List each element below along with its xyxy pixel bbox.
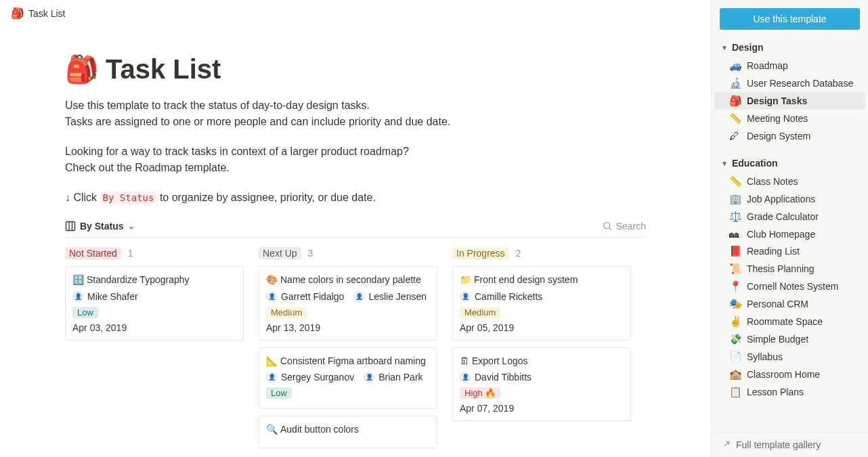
- sidebar-item[interactable]: 🎒Design Tasks: [714, 92, 865, 110]
- task-card[interactable]: 🔍Audit button colors: [259, 416, 437, 448]
- sidebar-item-label: Meeting Notes: [747, 113, 808, 124]
- svg-rect-0: [66, 222, 75, 231]
- board-column: Next Up3🎨Name colors in secondary palett…: [259, 247, 437, 455]
- avatar: 👤: [460, 372, 471, 383]
- card-people: 👤Camille Ricketts: [460, 291, 624, 302]
- sidebar-item[interactable]: ✌️Roommate Space: [714, 313, 865, 330]
- sidebar-item-emoji: 💸: [729, 333, 741, 345]
- sidebar-item[interactable]: 📏Meeting Notes: [714, 110, 865, 127]
- sidebar-item-label: Design Tasks: [747, 95, 807, 106]
- sidebar-item-label: Personal CRM: [747, 299, 808, 309]
- sidebar-item[interactable]: 📄Syllabus: [714, 348, 865, 366]
- status-tag[interactable]: Not Started: [65, 247, 121, 259]
- view-picker[interactable]: By Status ⌄: [65, 221, 135, 232]
- breadcrumb-title[interactable]: Task List: [28, 8, 65, 19]
- status-tag[interactable]: In Progress: [452, 247, 509, 259]
- sidebar-item[interactable]: 🔬User Research Database: [714, 74, 865, 92]
- task-card[interactable]: 📁Front end design system👤Camille Rickett…: [452, 266, 631, 341]
- sidebar-item[interactable]: 📋Lesson Plans: [714, 383, 865, 401]
- task-card[interactable]: 🗓Export Logos👤David TibbittsHigh 🔥Apr 07…: [452, 347, 631, 422]
- sidebar-item-emoji: 🏢: [729, 193, 741, 205]
- priority-badge: Medium: [266, 307, 307, 318]
- sidebar-item-emoji: 🏘: [729, 228, 741, 240]
- task-card[interactable]: 🔠Standardize Typography👤Mike ShaferLowAp…: [65, 266, 244, 341]
- column-count: 1: [128, 248, 133, 259]
- use-template-button[interactable]: Use this template: [720, 8, 860, 30]
- svg-point-3: [603, 223, 609, 229]
- priority-badge: Medium: [460, 307, 500, 318]
- section-header[interactable]: ▼Design: [714, 38, 865, 57]
- sidebar-item-label: Thesis Planning: [747, 263, 815, 274]
- sidebar-item[interactable]: 🚙Roadmap: [714, 57, 865, 74]
- sidebar-item[interactable]: 📏Class Notes: [714, 173, 865, 190]
- sidebar-item-emoji: 🔬: [729, 77, 741, 89]
- page-header: 🎒 Task List: [65, 53, 646, 85]
- task-card[interactable]: 📐Consistent Figma artboard naming👤Sergey…: [259, 347, 437, 410]
- sidebar-item-emoji: 📍: [729, 280, 741, 292]
- sidebar-item-label: Syllabus: [747, 351, 783, 362]
- full-gallery-link[interactable]: Full template gallery: [712, 432, 868, 457]
- sidebar-item[interactable]: 🖊Design System: [714, 127, 865, 144]
- priority-badge: High 🔥: [460, 387, 500, 399]
- status-tag[interactable]: Next Up: [259, 247, 301, 259]
- sidebar-item-emoji: 📏: [729, 175, 741, 188]
- intro-line: Use this template to track the status of…: [65, 97, 646, 114]
- intro-click-line: ↓ Click By Status to organize by assigne…: [65, 190, 646, 206]
- sidebar-item-label: Roadmap: [747, 60, 788, 71]
- sidebar-item[interactable]: 🎭Personal CRM: [714, 295, 865, 313]
- search-icon: [603, 221, 612, 231]
- task-card[interactable]: 🎨Name colors in secondary palette👤Garret…: [259, 266, 437, 341]
- svg-line-4: [609, 228, 611, 230]
- sidebar-item[interactable]: 📍Cornell Notes System: [714, 278, 865, 295]
- card-emoji: 🔠: [72, 274, 84, 285]
- section-header[interactable]: ▼Education: [714, 154, 865, 173]
- card-emoji: 🎨: [266, 274, 278, 285]
- card-date: Apr 07, 2019: [460, 403, 624, 414]
- sidebar-item[interactable]: 💸Simple Budget: [714, 330, 865, 348]
- sidebar-item-emoji: ⚖️: [729, 211, 741, 223]
- intro-line: Tasks are assigned to one or more people…: [65, 114, 646, 130]
- sidebar-item-label: Design System: [747, 131, 810, 142]
- sidebar-item[interactable]: 🏫Classroom Home: [714, 366, 865, 383]
- divider: [65, 237, 646, 238]
- person: 👤David Tibbitts: [460, 372, 531, 383]
- sidebar-item-emoji: 🎒: [729, 95, 741, 107]
- sidebar-item-emoji: 📜: [729, 263, 741, 275]
- column-header: Not Started1: [65, 247, 244, 259]
- sidebar-item[interactable]: 📜Thesis Planning: [714, 260, 865, 278]
- right-sidebar: Use this template ▼Design🚙Roadmap🔬User R…: [711, 0, 868, 457]
- page-title[interactable]: Task List: [106, 54, 221, 85]
- sidebar-item[interactable]: ⚖️Grade Calculator: [714, 208, 865, 225]
- sidebar-item[interactable]: 🏢Job Applications: [714, 190, 865, 208]
- sidebar-item-label: Job Applications: [747, 194, 815, 204]
- view-label: By Status: [80, 221, 124, 232]
- section-title: Education: [732, 158, 778, 169]
- column-header: Next Up3: [259, 247, 437, 259]
- card-title: 🔠Standardize Typography: [72, 274, 236, 287]
- person: 👤Brian Park: [364, 372, 422, 383]
- page-content: 🎒 Task List Use this template to track t…: [0, 26, 711, 457]
- card-emoji: 📐: [266, 355, 278, 366]
- card-title: 📐Consistent Figma artboard naming: [266, 355, 430, 368]
- column-count: 2: [516, 248, 521, 259]
- card-emoji: 📁: [460, 274, 471, 285]
- sidebar-item-label: Cornell Notes System: [747, 281, 838, 292]
- search-box[interactable]: Search: [603, 221, 646, 232]
- section-title: Design: [732, 42, 764, 53]
- sidebar-item-label: Grade Calculator: [747, 211, 819, 222]
- topbar-emoji: 🎒: [11, 7, 24, 20]
- sidebar-item-emoji: 🏫: [729, 368, 741, 380]
- sidebar-item-emoji: ✌️: [729, 315, 741, 328]
- sidebar-item-label: Roommate Space: [747, 316, 823, 327]
- sidebar-item-emoji: 🖊: [729, 130, 741, 142]
- sidebar-item-emoji: 📕: [729, 245, 741, 257]
- sidebar-item-label: Classroom Home: [747, 369, 820, 380]
- column-header: In Progress2: [452, 247, 631, 259]
- card-date: Apr 13, 2019: [266, 322, 430, 333]
- person: 👤Garrett Fidalgo: [266, 291, 344, 302]
- card-title: 🗓Export Logos: [460, 355, 624, 368]
- sidebar-item[interactable]: 📕Reading List: [714, 242, 865, 260]
- page-emoji[interactable]: 🎒: [65, 53, 99, 85]
- sidebar-item[interactable]: 🏘Club Homepage: [714, 225, 865, 242]
- card-date: Apr 05, 2019: [460, 322, 624, 333]
